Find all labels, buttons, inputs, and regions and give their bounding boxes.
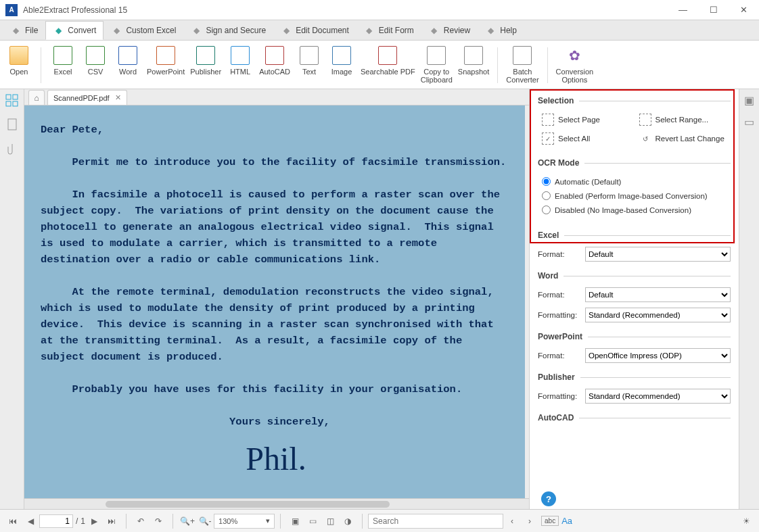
autocad-section-title: AutoCAD (530, 406, 739, 427)
panel-toggle-1[interactable]: ▣ (743, 93, 756, 107)
ribbon-text[interactable]: Text (293, 45, 325, 77)
ribbon-batch[interactable]: BatchConverter (503, 45, 541, 85)
select-page-button[interactable]: Select Page (542, 114, 634, 126)
app-icon: A (5, 4, 18, 16)
ribbon-csv[interactable]: CSV (79, 45, 112, 77)
document-tab[interactable]: ScannedPDF.pdf ✕ (47, 90, 127, 105)
ribbon-image[interactable]: Image (325, 45, 358, 77)
page-sep: / (76, 516, 78, 526)
document-area: ⌂ ScannedPDF.pdf ✕ Dear Pete, Permit me … (24, 89, 529, 509)
workspace: ⌂ ScannedPDF.pdf ✕ Dear Pete, Permit me … (0, 89, 759, 509)
select-range-icon (639, 114, 651, 126)
open-icon (9, 46, 28, 65)
ocr-option-0[interactable]: Automatic (Default) (542, 174, 731, 189)
help-bubble-icon[interactable]: ? (541, 491, 556, 506)
ribbon-publisher[interactable]: Publisher (187, 45, 224, 77)
revert-button[interactable]: ↺Revert Last Change (639, 132, 731, 145)
word-formatting-select[interactable]: Standard (Recommended) (585, 308, 731, 322)
pub-icon (196, 46, 215, 65)
ocr-radio-1[interactable] (542, 191, 551, 200)
ribbon-copy-to[interactable]: Copy toClipboard (418, 45, 455, 85)
view-mode-1-button[interactable]: ◫ (323, 514, 338, 529)
excel-icon (53, 46, 72, 65)
attachments-button[interactable] (3, 141, 21, 158)
excel-section-title: Excel (530, 224, 739, 244)
menu-edit-document[interactable]: ◆Edit Document (273, 21, 356, 40)
edit-form-icon: ◆ (364, 25, 375, 36)
far-right-rail: ▣ ▭ (739, 89, 759, 509)
zoom-out-button[interactable]: 🔍- (198, 514, 212, 529)
help-icon: ◆ (485, 25, 496, 36)
snap-icon (464, 46, 483, 65)
word-formatting-label: Formatting: (538, 311, 585, 319)
menu-sign-and-secure[interactable]: ◆Sign and Secure (183, 21, 273, 40)
next-page-button[interactable]: ▶ (87, 514, 101, 529)
thumbnails-view-button[interactable] (3, 92, 21, 110)
ocr-option-1[interactable]: Enabled (Perform Image-based Conversion) (542, 189, 731, 203)
close-tab-icon[interactable]: ✕ (115, 93, 121, 102)
ribbon-searchable-pdf[interactable]: Searchable PDF (358, 45, 418, 77)
ppt-icon (156, 46, 175, 65)
ribbon-excel[interactable]: Excel (47, 45, 79, 77)
menu-help[interactable]: ◆Help (478, 21, 524, 40)
fit-width-button[interactable]: ▭ (305, 514, 320, 529)
batch-icon (513, 46, 532, 65)
clip-icon (427, 46, 446, 65)
home-tab[interactable]: ⌂ (28, 90, 45, 105)
view-mode-2-button[interactable]: ◑ (340, 514, 355, 529)
search-input[interactable] (368, 514, 503, 529)
search-prev-button[interactable]: ‹ (505, 514, 520, 529)
rotate-cw-button[interactable]: ↷ (151, 514, 166, 529)
document-page[interactable]: Dear Pete, Permit me to introduce you to… (24, 105, 525, 498)
ppt-format-select[interactable]: OpenOffice Impress (ODP) (585, 348, 731, 363)
rotate-ccw-button[interactable]: ↶ (133, 514, 148, 529)
ppt-format-label: Format: (538, 352, 585, 360)
menu-convert[interactable]: ◆Convert (45, 21, 104, 40)
document-viewport[interactable]: Dear Pete, Permit me to introduce you to… (24, 105, 529, 498)
maximize-button[interactable]: ☐ (698, 0, 729, 20)
prev-page-button[interactable]: ◀ (23, 514, 38, 529)
select-range-button[interactable]: Select Range... (639, 114, 731, 126)
menu-review[interactable]: ◆Review (421, 21, 478, 40)
ppt-section-title: PowerPoint (530, 325, 739, 345)
panel-toggle-2[interactable]: ▭ (743, 115, 756, 128)
ribbon-open[interactable]: Open (3, 45, 35, 77)
ribbon-conversion[interactable]: ✿ConversionOptions (553, 45, 597, 85)
document-tab-label: ScannedPDF.pdf (53, 94, 110, 102)
search-next-button[interactable]: › (522, 514, 537, 529)
ocr-section-title: OCR Mode (530, 151, 739, 172)
zoom-combo[interactable]: 130%▾ (214, 514, 275, 529)
edit-doc-icon: ◆ (281, 25, 292, 36)
word-format-select[interactable]: Default (585, 287, 731, 302)
zoom-in-button[interactable]: 🔍+ (180, 514, 195, 529)
bookmarks-button[interactable] (3, 116, 21, 134)
ocr-radio-0[interactable] (542, 177, 551, 186)
theme-toggle-button[interactable]: ☀ (739, 514, 754, 529)
close-button[interactable]: ✕ (729, 0, 759, 20)
menu-custom-excel[interactable]: ◆Custom Excel (104, 21, 183, 40)
match-case-toggle[interactable]: Aa (561, 516, 572, 526)
pub-formatting-label: Formatting: (538, 392, 585, 400)
ribbon-powerpoint[interactable]: PowerPoint (144, 45, 187, 77)
ribbon-snapshot[interactable]: Snapshot (455, 45, 492, 77)
page-total: 1 (80, 516, 85, 526)
svg-rect-1 (13, 95, 18, 99)
ribbon-html[interactable]: HTML (224, 45, 256, 77)
excel-format-label: Format: (538, 250, 585, 258)
minimize-button[interactable]: — (668, 0, 698, 20)
ribbon-word[interactable]: Word (112, 45, 144, 77)
fit-page-button[interactable]: ▣ (288, 514, 302, 529)
match-word-toggle[interactable]: abc (541, 516, 559, 526)
ocr-radio-2[interactable] (542, 205, 551, 214)
select-all-button[interactable]: ✓Select All (542, 132, 634, 145)
page-number-input[interactable] (39, 514, 73, 528)
ocr-option-2[interactable]: Disabled (No Image-based Conversion) (542, 203, 731, 217)
horizontal-scrollbar[interactable] (24, 498, 529, 509)
last-page-button[interactable]: ⏭ (104, 514, 119, 529)
menu-file[interactable]: ◆File (3, 21, 45, 40)
excel-format-select[interactable]: Default (585, 247, 731, 262)
ribbon-autocad[interactable]: AutoCAD (256, 45, 293, 77)
pub-formatting-select[interactable]: Standard (Recommended) (585, 389, 731, 404)
first-page-button[interactable]: ⏮ (5, 514, 20, 529)
menu-edit-form[interactable]: ◆Edit Form (356, 21, 421, 40)
